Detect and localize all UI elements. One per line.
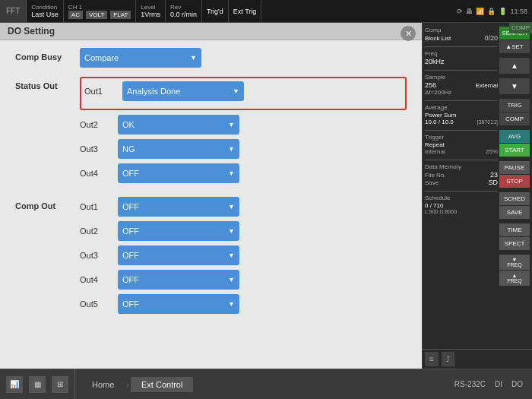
status-out1-dropdown[interactable]: Analysis Done ▼ <box>122 81 244 101</box>
dropdown-arrow-2: ▼ <box>228 121 235 128</box>
comp-out3-dropdown[interactable]: OFF ▼ <box>118 245 239 265</box>
status-out2-dropdown[interactable]: OK ▼ <box>118 115 239 135</box>
panel-title: DO Setting <box>0 23 422 40</box>
comp-busy-label: Comp Busy <box>15 48 80 62</box>
top-bar: FFT Condition Last Use CH 1 AC VOLT FLAT… <box>0 0 532 23</box>
time-display: ⟳🖶📶🔒🔋 11:58 <box>452 0 532 22</box>
comp-out3-row: Out3 OFF ▼ <box>80 245 407 265</box>
comp-out3-label: Out3 <box>80 251 118 260</box>
grid-icon[interactable]: ▦ <box>29 376 46 393</box>
trig-col: Trig'd <box>202 0 229 22</box>
freq-section: Freq 20kHz <box>425 50 498 65</box>
status-out2-label: Out2 <box>80 120 118 129</box>
schedule-section: Schedule 0 / 710 L:900 U:8000 <box>425 195 498 214</box>
time-button[interactable]: TIME <box>499 223 530 236</box>
right-sidebar: COMP Comp Block List 0/20 Freq 20kHz <box>422 23 532 369</box>
comp-out5-row: Out5 OFF ▼ <box>80 294 407 314</box>
save-button[interactable]: SAVE <box>499 206 530 219</box>
comp-out2-dropdown[interactable]: OFF ▼ <box>118 221 239 241</box>
comp-out4-label: Out4 <box>80 275 118 284</box>
close-button[interactable]: ✕ <box>401 26 416 41</box>
sidebar-info: Comp Block List 0/20 Freq 20kHz Sample <box>425 27 498 286</box>
sample-section: Sample 256 External Δf=200Hz <box>425 74 498 96</box>
comp-out1-label: Out1 <box>80 202 118 211</box>
main-layout: DO Setting ✕ Comp Busy Compare ▼ <box>0 23 532 369</box>
link-icon-button[interactable]: ⤴ <box>442 352 454 366</box>
comp-busy-row: Comp Busy Compare ▼ <box>15 48 407 68</box>
status-out3-dropdown[interactable]: NG ▼ <box>118 139 239 159</box>
comp-out4-row: Out4 OFF ▼ <box>80 270 407 290</box>
start-button[interactable]: START <box>499 144 530 157</box>
freq-up-button[interactable]: ▲ FREQ <box>499 271 530 286</box>
comp-section: Comp Block List 0/20 <box>425 27 498 42</box>
bottom-icons: 📊 ▦ ⊞ <box>0 369 75 399</box>
bottom-bar: 📊 ▦ ⊞ Home › Ext Control RS-232C DI DO <box>0 369 532 399</box>
ch1-col: CH 1 AC VOLT FLAT <box>64 0 136 22</box>
comp-out-content: Out1 OFF ▼ Out2 OFF ▼ Ou <box>80 197 407 318</box>
condition-col: Condition Last Use <box>27 0 64 22</box>
left-panel: DO Setting ✕ Comp Busy Compare ▼ <box>0 23 422 369</box>
comp-badge: COMP <box>509 23 532 33</box>
nav-ext-control[interactable]: Ext Control <box>131 377 193 392</box>
avg-button[interactable]: AVG <box>499 130 530 143</box>
fft-label: FFT <box>0 0 27 22</box>
status-out4-row: Out4 OFF ▼ <box>80 163 407 183</box>
comp-dropdown-arrow-3: ▼ <box>228 252 235 259</box>
comp-dropdown-arrow-5: ▼ <box>228 300 235 308</box>
settings-icon[interactable]: ⊞ <box>52 376 68 393</box>
pause-button[interactable]: PAUSE <box>499 161 530 174</box>
comp-button[interactable]: COMP <box>499 112 530 125</box>
stop-button[interactable]: STOP <box>499 175 530 188</box>
bottom-nav: Home › Ext Control <box>75 369 445 399</box>
comp-out2-label: Out2 <box>80 226 118 236</box>
chart-icon[interactable]: 📊 <box>6 376 23 393</box>
nav-home[interactable]: Home <box>81 377 125 392</box>
status-out1-row: Out1 Analysis Done ▼ <box>84 81 402 101</box>
comp-out1-dropdown[interactable]: OFF ▼ <box>118 197 239 217</box>
spect-button[interactable]: SPECT <box>499 237 530 250</box>
comp-out-row: Comp Out Out1 OFF ▼ Out2 OFF ▼ <box>15 197 407 318</box>
dropdown-arrow: ▼ <box>190 54 197 62</box>
dropdown-arrow-3: ▼ <box>228 145 235 153</box>
status-out3-label: Out3 <box>80 144 118 154</box>
comp-dropdown-arrow-4: ▼ <box>228 276 235 283</box>
comp-busy-dropdown[interactable]: Compare ▼ <box>80 48 201 68</box>
arrow-down-button[interactable]: ▼ <box>499 78 530 94</box>
status-out1-label: Out1 <box>84 87 122 96</box>
status-out-highlighted: Out1 Analysis Done ▼ <box>80 77 407 110</box>
arrow-up-button[interactable]: ▲ <box>499 58 530 74</box>
comp-dropdown-arrow-2: ▼ <box>228 227 235 235</box>
comp-out2-row: Out2 OFF ▼ <box>80 221 407 241</box>
status-out-label: Status Out <box>15 77 80 90</box>
comp-out1-row: Out1 OFF ▼ <box>80 197 407 217</box>
comp-out5-dropdown[interactable]: OFF ▼ <box>118 294 239 314</box>
trigger-section: Trigger Repeat Internal 25% <box>425 134 498 155</box>
list-icon-button[interactable]: ≡ <box>425 352 439 366</box>
level-col: Level 1Vrms <box>136 0 166 22</box>
rs232c-status: RS-232C <box>454 380 486 388</box>
dropdown-arrow-1: ▼ <box>233 87 239 95</box>
comp-busy-content: Compare ▼ <box>80 48 407 68</box>
trig-button[interactable]: TRIG <box>499 99 530 112</box>
rev-col: Rev 0.0 r/min <box>166 0 202 22</box>
sched-button[interactable]: SCHED <box>499 192 530 205</box>
freq-down-button[interactable]: ▼ FREQ <box>499 255 530 270</box>
average-section: Average Power Sum 10.0 / 10.0 [387011] <box>425 104 498 125</box>
bottom-status: RS-232C DI DO <box>445 369 532 399</box>
di-status: DI <box>495 380 502 388</box>
do-status: DO <box>511 380 523 388</box>
comp-dropdown-arrow-1: ▼ <box>228 203 235 211</box>
comp-out5-label: Out5 <box>80 299 118 309</box>
status-out2-row: Out2 OK ▼ <box>80 115 407 135</box>
comp-out-label: Comp Out <box>15 197 80 211</box>
comp-out4-dropdown[interactable]: OFF ▼ <box>118 270 239 290</box>
ext-trig-col: Ext Trig <box>229 0 262 22</box>
dropdown-arrow-4: ▼ <box>228 169 235 177</box>
status-out-content: Out1 Analysis Done ▼ Out2 OK ▼ <box>80 77 407 188</box>
status-out4-dropdown[interactable]: OFF ▼ <box>118 163 239 183</box>
status-out3-row: Out3 NG ▼ <box>80 139 407 159</box>
data-memory-section: Data Memory File No. 23 Save SD <box>425 163 498 186</box>
aset-button[interactable]: ▲SET <box>499 40 530 53</box>
status-out4-label: Out4 <box>80 169 118 178</box>
status-out-row: Status Out Out1 Analysis Done ▼ <box>15 77 407 188</box>
